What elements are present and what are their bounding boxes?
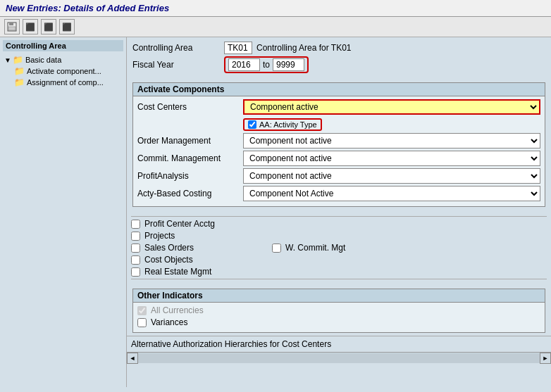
commit-management-row: Commit. Management Component not active … [137, 151, 540, 166]
checkbox-section: Profit Center Acctg Projects Sales Order… [127, 210, 551, 286]
divider-2 [131, 279, 547, 279]
fiscal-year-from-input[interactable] [228, 58, 260, 71]
sidebar-title: Controlling Area [3, 40, 123, 51]
scroll-right-button[interactable]: ► [540, 353, 551, 364]
fiscal-year-to-input[interactable] [273, 58, 304, 71]
forward-button[interactable]: ⬛ [41, 19, 56, 34]
sales-orders-row: Sales Orders W. Commit. Mgt [131, 243, 547, 253]
info-section: Controlling Area TK01 Controlling Area f… [127, 37, 551, 80]
commit-management-select[interactable]: Component not active Component active [243, 151, 540, 166]
alt-auth-row: Alternative Authorization Hierarchies fo… [127, 336, 551, 352]
activate-components-header: Activate Components [133, 83, 545, 96]
all-currencies-checkbox [137, 306, 147, 315]
acty-based-costing-select[interactable]: Component Not Active Component active [243, 186, 540, 201]
sidebar-item-assignment[interactable]: 📁 Assignment of comp... [13, 77, 123, 88]
fiscal-year-row: Fiscal Year to [132, 56, 545, 73]
w-commit-mgt-checkbox[interactable] [272, 244, 281, 253]
scroll-left-button[interactable]: ◄ [127, 353, 138, 364]
w-commit-mgt-label: W. Commit. Mgt [285, 243, 345, 253]
sidebar-item-basic-data[interactable]: ▼ 📁 Basic data [3, 54, 123, 65]
controlling-area-label: Controlling Area [132, 43, 224, 53]
cost-centers-label: Cost Centers [137, 102, 243, 112]
acty-based-costing-row: Acty-Based Costing Component Not Active … [137, 186, 540, 201]
controlling-area-row: Controlling Area TK01 Controlling Area f… [132, 42, 545, 54]
profit-center-label: Profit Center Acctg [144, 219, 215, 229]
order-management-label: Order Management [137, 136, 243, 146]
activate-components-section: Activate Components Cost Centers Compone… [132, 82, 545, 207]
controlling-area-name: Controlling Area for TK01 [256, 43, 352, 53]
activity-type-checkbox[interactable] [248, 120, 256, 129]
cost-objects-checkbox[interactable] [131, 255, 140, 265]
projects-row: Projects [131, 231, 547, 241]
projects-checkbox[interactable] [131, 232, 140, 241]
acty-based-costing-label: Acty-Based Costing [137, 189, 243, 198]
sidebar: Controlling Area ▼ 📁 Basic data 📁 Activa… [0, 37, 127, 387]
variances-label: Variances [151, 317, 187, 327]
content-area: Controlling Area TK01 Controlling Area f… [127, 37, 551, 387]
folder-icon-basic: 📁 [13, 55, 23, 65]
commit-management-label: Commit. Management [137, 153, 243, 163]
sidebar-label-activate: Activate component... [27, 67, 101, 75]
other-indicators-section: Other Indicators All Currencies Variance… [132, 289, 545, 333]
order-management-row: Order Management Component not active Co… [137, 133, 540, 148]
title-bar: New Entries: Details of Added Entries [0, 0, 551, 17]
fiscal-year-to-label: to [263, 60, 270, 70]
other-indicators-content: All Currencies Variances [133, 303, 545, 332]
other-indicators-header: Other Indicators [133, 289, 545, 303]
cost-objects-label: Cost Objects [144, 255, 193, 265]
sales-orders-label: Sales Orders [144, 243, 194, 253]
sidebar-label-assignment: Assignment of comp... [27, 78, 104, 87]
sidebar-item-activate[interactable]: 📁 Activate component... [13, 65, 123, 77]
all-currencies-row: All Currencies [137, 305, 540, 315]
sidebar-label-basic-data: Basic data [25, 56, 61, 64]
cost-objects-row: Cost Objects [131, 255, 547, 265]
cost-centers-row: Cost Centers Component active Component … [137, 99, 540, 115]
main-layout: Controlling Area ▼ 📁 Basic data 📁 Activa… [0, 37, 551, 387]
folder-icon-assignment: 📁 [14, 77, 25, 87]
profit-analysis-select[interactable]: Component not active Component active [243, 168, 540, 184]
scroll-track[interactable] [138, 353, 540, 363]
svg-rect-2 [8, 27, 16, 30]
real-estate-checkbox[interactable] [131, 267, 140, 277]
profit-center-row: Profit Center Acctg [131, 219, 547, 229]
svg-rect-1 [9, 23, 13, 25]
sales-orders-checkbox[interactable] [131, 244, 140, 253]
projects-label: Projects [144, 231, 175, 241]
alt-auth-label: Alternative Authorization Hierarchies fo… [131, 339, 331, 349]
profit-analysis-label: ProfitAnalysis [137, 171, 243, 181]
profit-analysis-row: ProfitAnalysis Component not active Comp… [137, 168, 540, 184]
variances-checkbox[interactable] [137, 318, 147, 327]
real-estate-label: Real Estate Mgmt [144, 267, 211, 277]
other-button[interactable]: ⬛ [59, 19, 75, 34]
variances-row: Variances [137, 317, 540, 327]
save-button[interactable] [4, 19, 20, 34]
page-title: New Entries: Details of Added Entries [6, 3, 169, 13]
cost-centers-select[interactable]: Component active Component not active [243, 99, 540, 115]
divider-1 [131, 216, 547, 217]
activity-type-label: AA: Activity Type [259, 120, 317, 129]
horizontal-scrollbar: ◄ ► [127, 352, 551, 363]
all-currencies-label: All Currencies [151, 305, 204, 315]
controlling-area-code: TK01 [224, 42, 252, 54]
profit-center-checkbox[interactable] [131, 220, 140, 229]
activity-type-badge: AA: Activity Type [243, 118, 322, 131]
folder-icon-activate: 📁 [14, 66, 25, 76]
order-management-select[interactable]: Component not active Component active [243, 133, 540, 148]
save-icon [7, 22, 17, 32]
real-estate-row: Real Estate Mgmt [131, 267, 547, 277]
toolbar: ⬛ ⬛ ⬛ [0, 17, 551, 37]
fiscal-year-label: Fiscal Year [132, 60, 224, 70]
back-button[interactable]: ⬛ [23, 19, 38, 34]
activate-components-content: Cost Centers Component active Component … [133, 96, 545, 206]
tree-arrow-basic: ▼ [4, 56, 11, 64]
fiscal-year-group: to [224, 56, 309, 73]
